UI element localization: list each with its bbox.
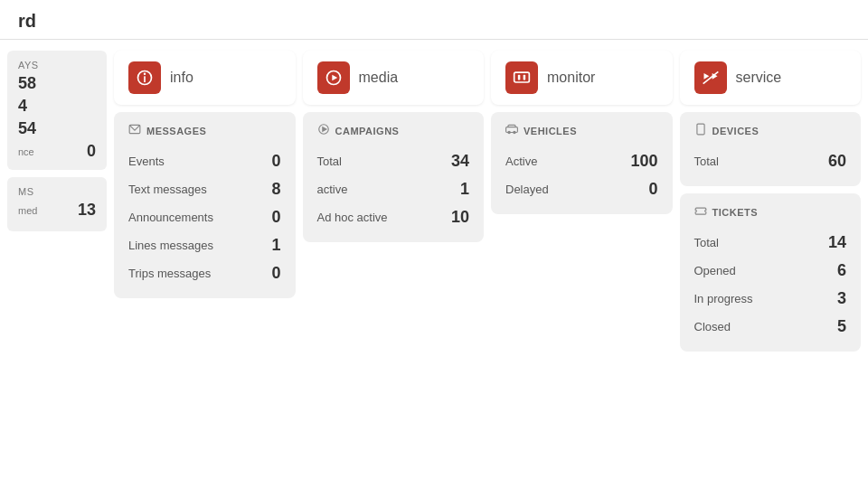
left-panel: AYS 58 4 54 nce 0 xyxy=(7,51,107,352)
svg-marker-6 xyxy=(332,75,337,81)
stat-label: In progress xyxy=(694,292,753,305)
sub-card-title-text-service-1: TICKETS xyxy=(712,207,759,218)
sidebar-value-3: 0 xyxy=(87,142,96,161)
sidebar-bottom-rows: med 13 xyxy=(18,201,96,220)
sidebar-value-0: 58 xyxy=(18,74,36,93)
stat-label: Opened xyxy=(694,264,736,277)
module-col-media: media CAMPAIGNS Total 34 active 1 Ad hoc… xyxy=(303,51,485,352)
svg-rect-9 xyxy=(514,72,530,82)
stat-value: 0 xyxy=(271,264,280,283)
sub-card-title-monitor-0: VEHICLES xyxy=(505,123,658,138)
module-title-monitor: monitor xyxy=(547,70,595,86)
stat-label: Total xyxy=(694,236,719,249)
svg-point-2 xyxy=(144,73,146,76)
stat-value: 10 xyxy=(451,208,469,227)
module-icon-info xyxy=(128,61,161,94)
stat-label: Delayed xyxy=(505,183,549,196)
module-title-media: media xyxy=(359,70,399,86)
sub-icon-CAMPAIGNS xyxy=(317,123,330,138)
sub-card-title-text-media-0: CAMPAIGNS xyxy=(335,126,400,136)
stat-row: active 1 xyxy=(317,175,470,203)
stat-row: Total 60 xyxy=(694,147,847,175)
svg-point-13 xyxy=(508,131,510,133)
stat-row: Closed 5 xyxy=(694,313,847,341)
sub-icon-DEVICES xyxy=(694,123,707,138)
stat-value: 60 xyxy=(828,152,846,171)
stat-row: Trips messages 0 xyxy=(128,259,281,287)
stat-value: 100 xyxy=(630,152,657,171)
sub-card-title-service-0: DEVICES xyxy=(694,123,847,138)
module-header-monitor[interactable]: monitor xyxy=(491,51,673,105)
stat-value: 5 xyxy=(837,317,846,336)
stat-label: Active xyxy=(505,155,537,168)
module-header-service[interactable]: service xyxy=(680,51,862,105)
stat-row: Text messages 8 xyxy=(128,175,281,203)
sub-card-title-text-monitor-0: VEHICLES xyxy=(524,126,577,136)
sub-card-title-media-0: CAMPAIGNS xyxy=(317,123,470,138)
sub-card-title-text-info-0: MESSAGES xyxy=(146,126,206,136)
stat-label: Ad hoc active xyxy=(317,211,388,224)
stat-row: Announcements 0 xyxy=(128,203,281,231)
module-col-service: service DEVICES Total 60 TICKETS Total 1… xyxy=(680,51,862,352)
sub-icon-TICKETS xyxy=(694,204,707,220)
page-title: rd xyxy=(18,11,850,32)
svg-rect-1 xyxy=(144,76,146,82)
stat-value: 8 xyxy=(271,180,280,199)
stat-row: Lines messages 1 xyxy=(128,231,281,259)
svg-marker-8 xyxy=(322,127,326,132)
stat-row: Active 100 xyxy=(505,147,658,175)
stat-row: Delayed 0 xyxy=(505,175,658,203)
stat-label: Text messages xyxy=(128,183,207,196)
stat-label: Total xyxy=(694,155,719,168)
stat-row: Total 34 xyxy=(317,147,470,175)
main-content: AYS 58 4 54 nce 0 xyxy=(0,40,868,362)
sidebar-label-3: nce xyxy=(18,146,34,157)
sidebar-row: 54 xyxy=(18,119,96,138)
sub-card-title-text-service-0: DEVICES xyxy=(712,126,760,136)
module-col-info: info MESSAGES Events 0 Text messages 8 A… xyxy=(114,51,296,352)
stat-row: In progress 3 xyxy=(694,285,847,313)
stat-value: 1 xyxy=(271,236,280,255)
module-header-media[interactable]: media xyxy=(303,51,485,105)
sub-card-service-1: TICKETS Total 14 Opened 6 In progress 3 … xyxy=(680,193,862,352)
sub-card-info-0: MESSAGES Events 0 Text messages 8 Announ… xyxy=(114,112,296,298)
sub-card-monitor-0: VEHICLES Active 100 Delayed 0 xyxy=(491,112,673,214)
sidebar-bottom-card: MS med 13 xyxy=(7,177,107,231)
stat-value: 3 xyxy=(837,289,846,308)
top-bar: rd xyxy=(0,0,868,40)
sidebar-value-2: 54 xyxy=(18,119,36,138)
stat-value: 34 xyxy=(451,152,469,171)
sidebar-top-rows: 58 4 54 nce 0 xyxy=(18,74,96,161)
sub-card-title-info-0: MESSAGES xyxy=(128,123,281,138)
sub-icon-VEHICLES xyxy=(505,123,518,138)
sidebar-row: nce 0 xyxy=(18,142,96,161)
sidebar-label-bottom: med xyxy=(18,205,37,216)
stat-label: Total xyxy=(317,155,342,168)
sidebar-bottom-label: MS xyxy=(18,186,96,197)
svg-point-14 xyxy=(514,131,515,133)
module-col-monitor: monitor VEHICLES Active 100 Delayed 0 xyxy=(491,51,673,352)
stat-value: 6 xyxy=(837,261,846,280)
stat-label: Closed xyxy=(694,320,731,333)
stat-label: Events xyxy=(128,155,165,168)
module-icon-monitor xyxy=(505,61,538,94)
page-wrapper: rd AYS 58 4 54 nce 0 xyxy=(0,0,868,488)
svg-rect-11 xyxy=(524,75,526,80)
stat-label: active xyxy=(317,183,348,196)
stat-label: Lines messages xyxy=(128,239,213,252)
stat-row: Total 14 xyxy=(694,229,847,257)
modules-container: info MESSAGES Events 0 Text messages 8 A… xyxy=(114,51,861,352)
stat-row: Opened 6 xyxy=(694,257,847,285)
module-header-info[interactable]: info xyxy=(114,51,296,105)
sub-card-media-0: CAMPAIGNS Total 34 active 1 Ad hoc activ… xyxy=(303,112,485,242)
svg-rect-16 xyxy=(696,124,703,135)
stat-label: Trips messages xyxy=(128,267,211,280)
stat-value: 0 xyxy=(271,152,280,171)
module-icon-service xyxy=(694,61,727,94)
stat-value: 14 xyxy=(828,233,846,252)
sidebar-value-1: 4 xyxy=(18,97,27,116)
module-icon-media xyxy=(317,61,350,94)
stat-value: 0 xyxy=(271,208,280,227)
sidebar-top-card: AYS 58 4 54 nce 0 xyxy=(7,51,107,170)
sidebar-row: 58 xyxy=(18,74,96,93)
